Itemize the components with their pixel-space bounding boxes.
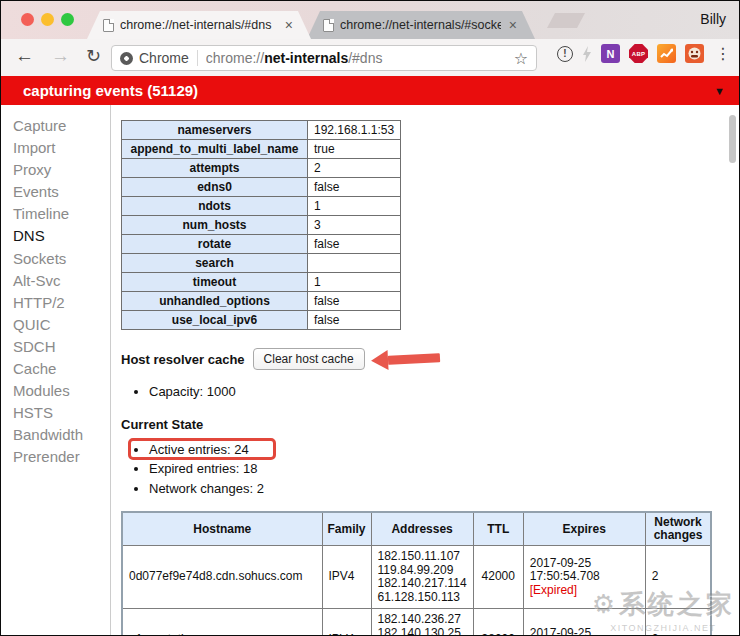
capacity-list: Capacity: 1000 [149, 384, 739, 400]
network-changes-cell: 2 [645, 546, 711, 609]
table-header-row: Hostname Family Addresses TTL Expires Ne… [122, 512, 711, 546]
profile-name[interactable]: Billy [700, 11, 726, 27]
hostname-cell: a1.mzstatic.com [122, 609, 322, 636]
sidebar-item-prerender[interactable]: Prerender [13, 446, 110, 468]
sidebar-item-quic[interactable]: QUIC [13, 314, 110, 336]
sidebar-item-bandwidth[interactable]: Bandwidth [13, 424, 110, 446]
table-row: edns0false [122, 178, 401, 197]
close-window-icon[interactable] [21, 13, 34, 26]
network-changes-item: Network changes: 2 [149, 481, 739, 497]
table-row: 0d077ef9e74d8.cdn.sohucs.com IPV4 182.15… [122, 546, 711, 609]
capturing-events-label: capturing events (51129) [23, 82, 198, 99]
sidebar-item-timeline[interactable]: Timeline [13, 203, 110, 225]
emoji-extension-icon[interactable] [685, 44, 704, 63]
dns-config-table: nameservers192.168.1.1:53 append_to_mult… [121, 120, 401, 330]
table-row: rotatefalse [122, 235, 401, 254]
current-state-list: Active entries: 24 Expired entries: 18 N… [149, 442, 739, 497]
scrollbar[interactable] [729, 115, 736, 163]
sidebar-item-cache[interactable]: Cache [13, 358, 110, 380]
table-row: num_hosts3 [122, 216, 401, 235]
new-tab-button[interactable] [547, 13, 585, 28]
banner-dropdown-icon[interactable]: ▼ [714, 85, 725, 97]
host-cache-table: Hostname Family Addresses TTL Expires Ne… [121, 511, 712, 636]
network-changes-cell: 2 [645, 609, 711, 636]
ttl-cell: 38000 [473, 609, 523, 636]
table-row: append_to_multi_label_nametrue [122, 140, 401, 159]
clear-host-cache-button[interactable]: Clear host cache [253, 348, 365, 370]
table-row: nameservers192.168.1.1:53 [122, 121, 401, 140]
hostname-cell: 0d077ef9e74d8.cdn.sohucs.com [122, 546, 322, 609]
info-icon[interactable]: ! [557, 46, 573, 62]
titlebar: chrome://net-internals/#dns × chrome://n… [1, 1, 739, 39]
table-row: ndots1 [122, 197, 401, 216]
tab-sockets[interactable]: chrome://net-internals/#socke × [307, 11, 535, 39]
tab-close-icon[interactable]: × [509, 18, 517, 32]
tab-title: chrome://net-internals/#dns [120, 18, 277, 32]
sidebar-item-sdch[interactable]: SDCH [13, 336, 110, 358]
sidebar-item-proxy[interactable]: Proxy [13, 159, 110, 181]
stats-extension-icon[interactable] [657, 44, 676, 63]
address-bar[interactable]: Chrome chrome://net-internals/#dns ☆ [111, 45, 537, 71]
capturing-events-banner: capturing events (51129) ▼ [1, 76, 739, 105]
sidebar-item-modules[interactable]: Modules [13, 380, 110, 402]
chrome-origin-icon [120, 52, 133, 65]
tab-dns[interactable]: chrome://net-internals/#dns × [87, 11, 311, 39]
expired-badge: [Expired] [530, 584, 639, 598]
sidebar: Capture Import Proxy Events Timeline DNS… [1, 105, 111, 636]
toolbar-actions: ! N ABP ⋮ [557, 44, 731, 63]
family-cell: IPV4 [322, 546, 371, 609]
omnibox-divider [197, 50, 198, 66]
family-cell: IPV4 [322, 609, 371, 636]
window-controls [21, 13, 74, 26]
annotation-arrow [370, 347, 440, 371]
url-text: chrome://net-internals/#dns [206, 50, 508, 66]
tab-close-icon[interactable]: × [285, 18, 293, 32]
url-path: /#dns [348, 50, 382, 66]
table-row: a1.mzstatic.com IPV4 182.140.236.27 182.… [122, 609, 711, 636]
page-icon [323, 19, 334, 32]
table-row: timeout1 [122, 273, 401, 292]
lightning-icon[interactable] [582, 46, 592, 62]
origin-chip: Chrome [139, 50, 189, 66]
minimize-window-icon[interactable] [41, 13, 54, 26]
sidebar-item-http2[interactable]: HTTP/2 [13, 292, 110, 314]
url-host: net-internals [264, 50, 348, 66]
tab-title: chrome://net-internals/#socke [340, 18, 501, 32]
active-entries-item: Active entries: 24 [149, 442, 739, 458]
ttl-cell: 42000 [473, 546, 523, 609]
sidebar-item-import[interactable]: Import [13, 137, 110, 159]
forward-icon[interactable]: → [51, 46, 70, 65]
table-row: attempts2 [122, 159, 401, 178]
expires-cell: 2017-09-25 17:51:23.473 [523, 609, 645, 636]
browser-window: chrome://net-internals/#dns × chrome://n… [0, 0, 740, 636]
capacity-item: Capacity: 1000 [149, 384, 739, 400]
browser-menu-icon[interactable]: ⋮ [715, 44, 731, 63]
zoom-window-icon[interactable] [61, 13, 74, 26]
dns-panel: nameservers192.168.1.1:53 append_to_mult… [111, 105, 739, 636]
expired-entries-item: Expired entries: 18 [149, 461, 739, 477]
table-row: use_local_ipv6false [122, 311, 401, 330]
sidebar-item-dns[interactable]: DNS [13, 225, 110, 247]
onenote-extension-icon[interactable]: N [601, 44, 620, 63]
sidebar-item-events[interactable]: Events [13, 181, 110, 203]
page-content: Capture Import Proxy Events Timeline DNS… [1, 105, 739, 636]
sidebar-item-capture[interactable]: Capture [13, 115, 110, 137]
expires-cell: 2017-09-25 17:50:54.708 [Expired] [523, 546, 645, 609]
table-row: unhandled_optionsfalse [122, 292, 401, 311]
bookmark-star-icon[interactable]: ☆ [514, 49, 528, 68]
table-row: search [122, 254, 401, 273]
current-state-heading: Current State [121, 417, 739, 432]
adblock-plus-extension-icon[interactable]: ABP [629, 44, 648, 63]
host-resolver-cache-heading: Host resolver cache [121, 352, 245, 367]
reload-icon[interactable]: ↻ [86, 47, 101, 66]
addresses-cell: 182.150.11.107 119.84.99.209 182.140.217… [371, 546, 473, 609]
page-icon [103, 19, 114, 32]
addresses-cell: 182.140.236.27 182.140.130.25 61.188.191… [371, 609, 473, 636]
url-scheme: chrome:// [206, 50, 264, 66]
sidebar-item-hsts[interactable]: HSTS [13, 402, 110, 424]
back-icon[interactable]: ← [15, 46, 34, 65]
sidebar-item-sockets[interactable]: Sockets [13, 248, 110, 270]
sidebar-item-altsvc[interactable]: Alt-Svc [13, 270, 110, 292]
